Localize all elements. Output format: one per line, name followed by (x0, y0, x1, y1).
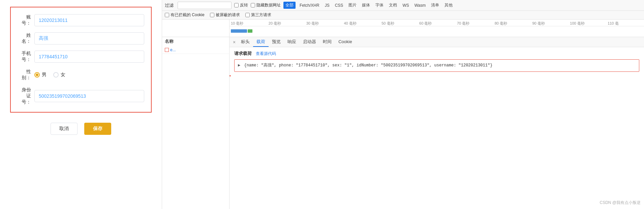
input-idnumber[interactable] (34, 90, 144, 102)
tab-timing[interactable]: 时间 (319, 37, 335, 47)
filter-btn-other[interactable]: 其他 (443, 2, 454, 9)
tab-response[interactable]: 响应 (284, 37, 300, 47)
checkbox-blocked-req-input[interactable] (210, 13, 214, 17)
checkbox-third-party[interactable]: 第三方请求 (245, 12, 271, 18)
tab-payload[interactable]: 载荷 (253, 37, 269, 47)
watermark: CSDN @我有点小叛逆 (600, 200, 641, 206)
devtools-panel: 过滤 反转 隐藏数据网址 全部 Fetch/XHR JS CSS 图片 媒体 字… (162, 0, 644, 209)
payload-panel: 请求载荷 查看源代码 ▶ {name: "高强", phone: "177844… (229, 47, 644, 209)
checkbox-blocked-req-label: 被屏蔽的请求 (216, 12, 240, 18)
tick-40: 40 毫秒 (342, 21, 380, 26)
network-row[interactable]: e... (162, 46, 229, 54)
tab-close-btn[interactable]: × (231, 38, 238, 46)
filter-btn-doc[interactable]: 文档 (388, 2, 398, 9)
label-phone: 手机号： (18, 51, 31, 63)
save-button[interactable]: 保存 (84, 123, 111, 135)
tick-60: 60 毫秒 (418, 21, 456, 26)
checkbox-has-cookie-input[interactable] (165, 13, 169, 17)
timeline-bar: 10 毫秒 20 毫秒 30 毫秒 40 毫秒 50 毫秒 60 毫秒 70 毫… (162, 20, 644, 37)
form-row-username: 账号： (18, 14, 144, 26)
tick-80: 80 毫秒 (493, 21, 531, 26)
payload-section-header: 请求载荷 查看源代码 (234, 51, 639, 57)
filter-label: 过滤 (165, 2, 174, 8)
form-row-idnumber: 身份证号： (18, 87, 144, 105)
tick-50: 50 毫秒 (380, 21, 418, 26)
filter-btn-wasm[interactable]: Wasm (413, 2, 427, 8)
filter-btn-media[interactable]: 媒体 (361, 2, 371, 9)
network-row-label: e... (170, 48, 176, 52)
payload-section-title: 请求载荷 (234, 51, 252, 57)
checkbox-invert[interactable]: 反转 (234, 2, 248, 8)
tick-30: 30 毫秒 (305, 21, 343, 26)
form-row-phone: 手机号： (18, 51, 144, 63)
filter-btn-css[interactable]: CSS (334, 2, 345, 8)
filter-btn-img[interactable]: 图片 (347, 2, 358, 9)
network-row-checkbox[interactable] (165, 48, 169, 52)
filter-btn-manifest[interactable]: 清单 (430, 2, 440, 9)
filter-btn-font[interactable]: 字体 (374, 2, 385, 9)
tick-10: 10 毫秒 (229, 21, 267, 26)
radio-label-male: 男 (42, 72, 47, 78)
filter-search-input[interactable] (178, 2, 232, 9)
right-split: 名称 e... × 标头 载荷 预览 响应 启动器 时间 Cookie (162, 37, 644, 209)
radio-male[interactable]: 男 (34, 72, 47, 78)
tick-20: 20 毫秒 (267, 21, 305, 26)
tick-110: 110 毫 (606, 21, 644, 26)
filter-bar: 过滤 反转 隐藏数据网址 全部 Fetch/XHR JS CSS 图片 媒体 字… (162, 0, 644, 11)
tab-cookie[interactable]: Cookie (335, 38, 355, 46)
radio-group-sex: 男 女 (34, 72, 65, 78)
cookie-bar: 有已拦截的 Cookie 被屏蔽的请求 第三方请求 (162, 11, 644, 20)
checkbox-hide-data-url-input[interactable] (251, 3, 255, 7)
tab-preview[interactable]: 预览 (269, 37, 284, 47)
filter-btn-fetch-xhr[interactable]: Fetch/XHR (298, 2, 321, 8)
checkbox-third-party-label: 第三方请求 (251, 12, 271, 18)
checkbox-has-cookie[interactable]: 有已拦截的 Cookie (165, 12, 205, 18)
label-sex: 性别： (18, 69, 31, 81)
tick-100: 100 毫秒 (569, 21, 606, 26)
form-container: 账号： 姓名： 手机号： 性别： 男 女 (10, 7, 152, 113)
checkbox-has-cookie-label: 有已拦截的 Cookie (171, 12, 205, 18)
timeline-left-spacer (162, 20, 229, 37)
checkbox-third-party-input[interactable] (245, 13, 250, 17)
radio-label-female: 女 (61, 72, 65, 78)
radio-female[interactable]: 女 (53, 72, 65, 78)
timeline-bar-blue (231, 29, 247, 33)
filter-btn-ws[interactable]: WS (401, 2, 410, 8)
tick-90: 90 毫秒 (531, 21, 569, 26)
cancel-button[interactable]: 取消 (51, 123, 78, 135)
label-idnumber: 身份证号： (18, 87, 31, 105)
checkbox-hide-data-url[interactable]: 隐藏数据网址 (251, 2, 281, 8)
timeline-bars-row (229, 26, 644, 36)
tab-headers[interactable]: 标头 (238, 37, 253, 47)
json-expand-icon[interactable]: ▶ (238, 63, 240, 68)
form-buttons: 取消 保存 (10, 123, 152, 135)
timeline-ticks: 10 毫秒 20 毫秒 30 毫秒 40 毫秒 50 毫秒 60 毫秒 70 毫… (229, 20, 644, 26)
filter-btn-all[interactable]: 全部 (283, 2, 296, 9)
timeline-bar-green (248, 29, 252, 33)
filter-btn-js[interactable]: JS (324, 2, 331, 8)
timeline-right: 10 毫秒 20 毫秒 30 毫秒 40 毫秒 50 毫秒 60 毫秒 70 毫… (229, 20, 644, 37)
label-username: 账号： (18, 14, 31, 26)
input-phone[interactable] (34, 51, 144, 63)
form-row-name: 姓名： (18, 32, 144, 44)
input-username[interactable] (34, 14, 144, 26)
left-panel: 账号： 姓名： 手机号： 性别： 男 女 (0, 0, 162, 209)
payload-json: ▶ {name: "高强", phone: "17784451710", sex… (234, 59, 639, 72)
tick-70: 70 毫秒 (456, 21, 493, 26)
detail-col: × 标头 载荷 预览 响应 启动器 时间 Cookie 请求载荷 查看源代码 ▶… (229, 37, 644, 209)
json-content: {name: "高强", phone: "17784451710", sex: … (244, 63, 492, 68)
checkbox-invert-label: 反转 (240, 2, 248, 8)
detail-tabs: × 标头 载荷 预览 响应 启动器 时间 Cookie (229, 37, 644, 47)
checkbox-blocked-req[interactable]: 被屏蔽的请求 (210, 12, 240, 18)
network-row-name[interactable]: e... (162, 47, 229, 53)
network-list-col: 名称 e... (162, 37, 229, 209)
form-row-sex: 性别： 男 女 (18, 69, 144, 81)
input-name[interactable] (34, 32, 144, 44)
checkbox-hide-data-url-label: 隐藏数据网址 (256, 2, 281, 8)
checkbox-invert-input[interactable] (234, 3, 239, 7)
radio-circle-male (34, 72, 40, 78)
tab-initiator[interactable]: 启动器 (300, 37, 319, 47)
radio-circle-female (53, 72, 59, 78)
view-source-link[interactable]: 查看源代码 (256, 51, 276, 57)
col-name-header: 名称 (162, 37, 229, 46)
